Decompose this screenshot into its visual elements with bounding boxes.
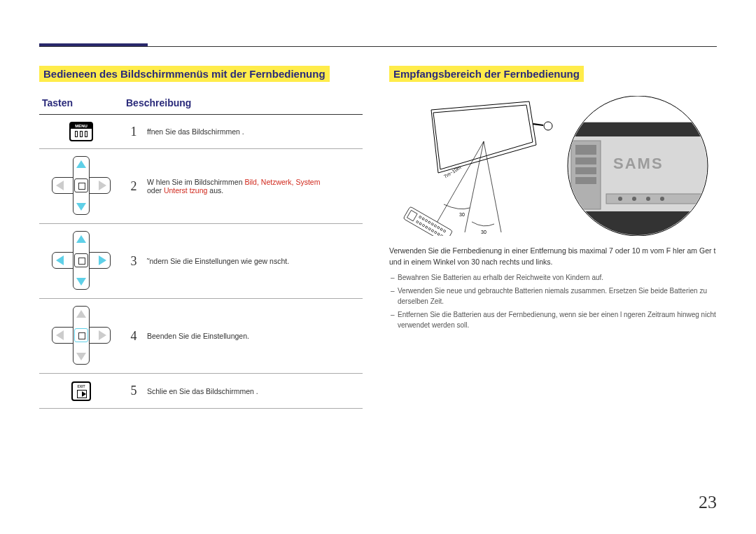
notes-list: Bewahren Sie Batterien au erhalb der Rei… (389, 272, 717, 330)
right-section-title: Empfangsbereich der Fernbedienung (389, 66, 584, 82)
menu-bars-icon (71, 129, 92, 139)
table-row: MENU 1 ffnen Sie das Bildschirmmen . (39, 115, 363, 149)
brand-label: SAMS (613, 155, 664, 172)
step-number: 3 (123, 224, 144, 299)
menu-button-label: MENU (71, 123, 92, 129)
step-description: Schlie en Sie das Bildschirmmen . (144, 374, 363, 409)
svg-rect-28 (575, 177, 596, 184)
text-fragment: oder (147, 186, 164, 195)
angle-label: 30 (481, 230, 486, 234)
remote-menu-table: Tasten Beschreibung MENU 1 ffnen Sie das… (39, 93, 363, 409)
left-section-title: Bedieneen des Bildschirmmenüs mit der Fe… (39, 66, 330, 82)
sensor-circle (544, 122, 552, 130)
angle-label: 30 (459, 212, 465, 217)
svg-point-33 (660, 197, 664, 201)
tv-outline (431, 101, 536, 173)
dpad-updown-icon (52, 156, 111, 215)
exit-button-label: EXIT (73, 384, 90, 388)
menu-button-icon: MENU (69, 122, 93, 141)
angle-arc (444, 204, 470, 209)
left-column: Bedieneen des Bildschirmmenüs mit der Fe… (39, 66, 363, 409)
list-item: Bewahren Sie Batterien au erhalb der Rei… (389, 272, 717, 283)
right-column: Empfangsbereich der Fernbedienung 7m~10m… (389, 66, 717, 333)
page-number: 23 (699, 492, 717, 513)
step-description: ffnen Sie das Bildschirmmen . (144, 115, 363, 149)
list-item: Verwenden Sie neue und gebrauchte Batter… (389, 286, 717, 307)
svg-rect-25 (575, 145, 596, 155)
table-row: EXIT 5 Schlie en Sie das Bildschirmmen . (39, 374, 363, 409)
step-description: ˜ndern Sie die Einstellungen wie gew nsc… (144, 224, 363, 299)
exit-button-icon: EXIT (71, 381, 91, 401)
dpad-center-icon (52, 306, 111, 365)
table-row: 2 W hlen Sie im Bildschirmmen Bild, Netz… (39, 149, 363, 224)
step-number: 5 (123, 374, 144, 409)
text-fragment: W hlen Sie im Bildschirmmen (147, 178, 244, 186)
svg-rect-34 (568, 211, 715, 236)
th-buttons: Tasten (39, 93, 123, 115)
list-item: Entfernen Sie die Batterien aus der Fern… (389, 309, 717, 330)
step-description: Beenden Sie die Einstellungen. (144, 299, 363, 374)
step-number: 4 (123, 299, 144, 374)
text-fragment: aus. (207, 186, 223, 195)
menu-option-red: Bild, Netzwerk, System (244, 178, 320, 186)
menu-option-red: Unterst tzung (164, 186, 207, 195)
svg-point-32 (646, 197, 650, 201)
detail-circle: SAMS (568, 96, 715, 236)
svg-rect-26 (575, 157, 596, 164)
sensor-indicator (533, 124, 543, 125)
reception-paragraph: Verwenden Sie die Fernbedienung in einer… (389, 246, 717, 268)
dpad-all-icon (52, 231, 111, 290)
remote-icon (403, 206, 453, 236)
reception-range-diagram: 7m~10m 30 30 SAMS (389, 96, 717, 236)
angle-arc (472, 222, 494, 226)
table-row: 3 ˜ndern Sie die Einstellungen wie gew n… (39, 224, 363, 299)
th-description: Beschreibung (123, 93, 363, 115)
step-description: W hlen Sie im Bildschirmmen Bild, Netzwe… (144, 149, 363, 224)
step-number: 2 (123, 149, 144, 224)
svg-point-31 (632, 197, 636, 201)
table-row: 4 Beenden Sie die Einstellungen. (39, 299, 363, 374)
page-top-rule (39, 46, 717, 47)
svg-rect-23 (568, 122, 715, 136)
svg-point-30 (618, 197, 622, 201)
svg-rect-27 (575, 167, 596, 174)
step-number: 1 (123, 115, 144, 149)
